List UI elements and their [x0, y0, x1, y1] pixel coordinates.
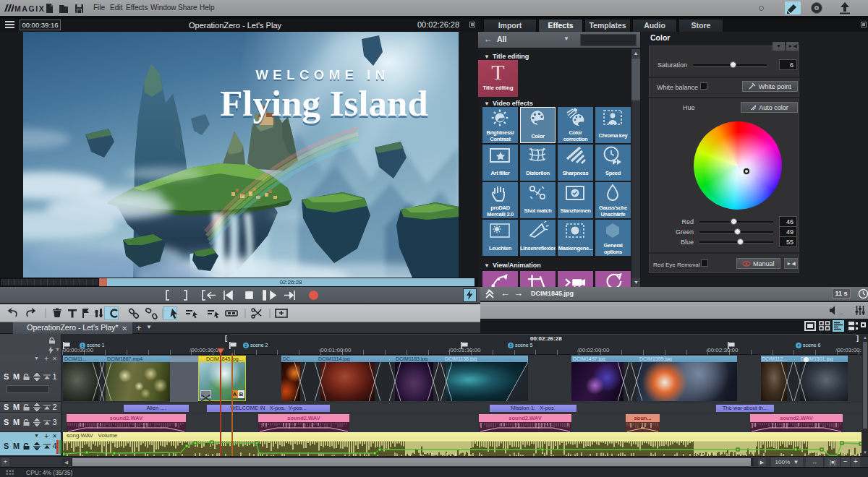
svg-text:Flying Island: Flying Island: [220, 83, 428, 124]
svg-text:WELCOME IN: WELCOME IN: [255, 67, 389, 82]
